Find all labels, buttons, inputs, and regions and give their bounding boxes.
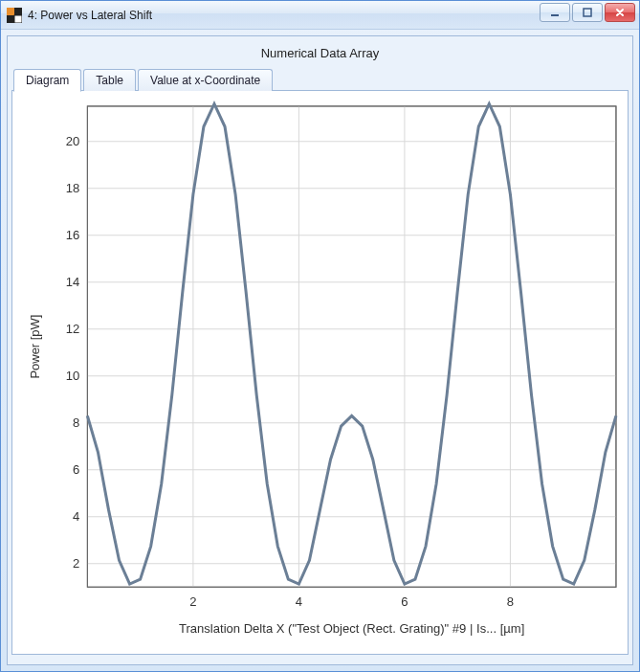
tab-label: Table	[96, 74, 123, 87]
svg-text:12: 12	[66, 322, 80, 336]
svg-text:Translation Delta X ("Test Obj: Translation Delta X ("Test Object (Rect.…	[179, 621, 524, 636]
svg-text:14: 14	[66, 275, 80, 289]
maximize-icon	[582, 7, 593, 18]
svg-rect-4	[551, 14, 559, 16]
svg-text:2: 2	[189, 594, 196, 609]
svg-rect-2	[7, 15, 14, 23]
svg-rect-3	[14, 15, 22, 23]
svg-text:8: 8	[507, 594, 514, 609]
tab-value-at-x[interactable]: Value at x-Coordinate	[138, 69, 273, 91]
app-icon	[7, 8, 22, 23]
app-window: 4: Power vs Lateral Shift Numerical Data…	[0, 0, 640, 672]
svg-text:4: 4	[73, 509, 79, 524]
svg-text:10: 10	[66, 369, 80, 383]
svg-rect-1	[14, 8, 22, 15]
client-area: Numerical Data Array Diagram Table Value…	[7, 35, 633, 665]
svg-rect-5	[584, 9, 591, 16]
tab-strip: Diagram Table Value at x-Coordinate	[11, 68, 629, 91]
line-chart: 24681012141618202468Power [pW]Translatio…	[12, 91, 628, 654]
window-controls	[540, 3, 635, 22]
tab-table[interactable]: Table	[83, 69, 136, 91]
svg-text:2: 2	[73, 556, 79, 571]
titlebar[interactable]: 4: Power vs Lateral Shift	[1, 1, 639, 30]
close-icon	[614, 7, 626, 18]
tab-label: Value at x-Coordinate	[150, 74, 260, 87]
minimize-button[interactable]	[540, 3, 570, 22]
svg-text:16: 16	[66, 228, 80, 242]
svg-text:20: 20	[66, 134, 80, 148]
close-button[interactable]	[605, 3, 635, 22]
svg-text:6: 6	[73, 462, 79, 477]
svg-rect-6	[87, 106, 616, 587]
tab-label: Diagram	[26, 74, 69, 87]
svg-rect-0	[7, 8, 14, 15]
tab-panel-diagram: 24681012141618202468Power [pW]Translatio…	[11, 90, 629, 655]
maximize-button[interactable]	[572, 3, 603, 22]
window-title: 4: Power vs Lateral Shift	[28, 9, 152, 22]
svg-text:4: 4	[296, 594, 302, 609]
svg-text:6: 6	[401, 594, 408, 609]
minimize-icon	[549, 7, 561, 18]
tab-diagram[interactable]: Diagram	[13, 69, 81, 92]
svg-text:18: 18	[66, 181, 80, 195]
chart-container: 24681012141618202468Power [pW]Translatio…	[12, 91, 628, 654]
svg-text:Power [pW]: Power [pW]	[28, 315, 42, 379]
svg-rect-35	[87, 106, 616, 587]
svg-text:8: 8	[73, 415, 79, 430]
panel-subtitle: Numerical Data Array	[11, 40, 629, 68]
